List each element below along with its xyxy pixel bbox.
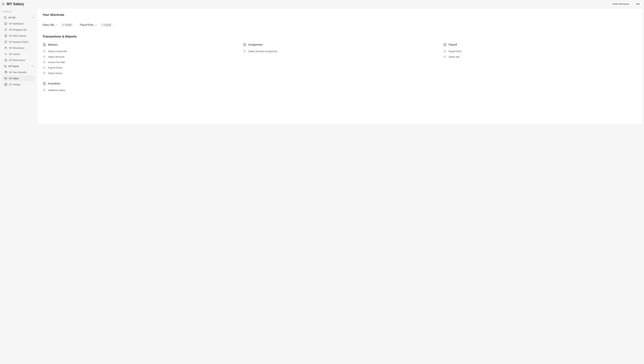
star-icon	[4, 59, 7, 62]
svg-point-12	[6, 47, 7, 48]
sidebar-item-label: MY Tax & Benefits	[9, 71, 27, 74]
arrow-up-right-icon	[55, 24, 58, 26]
shortcuts-heading: Your Shortcuts	[43, 13, 637, 16]
status-pill	[443, 50, 446, 53]
card-incentives: Incentives Additional Salary	[43, 82, 237, 92]
sidebar-section-public[interactable]: PUBLIC	[2, 11, 35, 13]
sidebar-group-my-payroll[interactable]: MY Payroll	[2, 63, 35, 69]
document-icon	[43, 82, 46, 86]
sidebar-item-label: MY Expense Claims	[9, 41, 28, 43]
shortcut-salary-slip[interactable]: Salary Slip	[43, 24, 58, 26]
status-dot-icon	[102, 24, 103, 25]
card-title: Incentives	[48, 82, 60, 85]
link-label: Payroll Entry	[448, 50, 461, 52]
link-label: Salary Component	[48, 50, 67, 52]
shortcut-badge-salary-slip[interactable]: 0 Draft	[61, 23, 73, 27]
badge-text: 0 Draft	[104, 24, 111, 26]
link-payroll-period[interactable]: Payroll Period	[43, 66, 237, 69]
divider	[116, 23, 116, 27]
coins-icon	[4, 77, 7, 80]
link-label: Salary History	[48, 72, 62, 74]
link-salary-structure-assignment[interactable]: Salary Structure Assignment	[243, 50, 437, 53]
card-title: Assignment	[248, 43, 263, 46]
status-pill	[43, 55, 46, 58]
pie-chart-icon	[4, 71, 7, 74]
card-masters: Masters Salary Component Salary Structur…	[43, 43, 237, 75]
chevron-up-icon	[31, 16, 34, 19]
link-salary-slip[interactable]: Salary Slip	[443, 55, 637, 58]
link-income-tax-slab[interactable]: Income Tax Slab	[43, 60, 237, 64]
sidebar-item-label: MY Leaves	[9, 53, 20, 55]
document-icon	[243, 43, 247, 46]
svg-point-15	[5, 78, 6, 78]
sidebar-item-my-employee-life[interactable]: MY Employee Life...	[3, 27, 35, 33]
status-pill	[243, 50, 246, 53]
link-label: Income Tax Slab	[48, 61, 65, 64]
status-pill	[443, 55, 446, 58]
sidebar-item-my-tax-benefits[interactable]: MY Tax & Benefits	[3, 69, 35, 75]
sidebar-group-label: MY Payroll	[9, 65, 19, 68]
status-pill	[43, 50, 46, 53]
link-salary-history[interactable]: Salary History	[43, 72, 237, 75]
svg-rect-0	[4, 17, 7, 19]
sidebar-item-my-leaves[interactable]: MY Leaves	[3, 51, 35, 57]
shortcut-label: Payroll Entry	[80, 24, 94, 26]
link-payroll-entry[interactable]: Payroll Entry	[443, 50, 637, 53]
receipt-icon: ₹	[4, 40, 7, 44]
sidebar-item-label: MY Settings	[9, 83, 21, 86]
topbar: MY Salary Create Workspace Edit	[0, 0, 644, 8]
status-dot-icon	[63, 24, 64, 25]
card-title: Masters	[48, 43, 58, 46]
sidebar-section-label: PUBLIC	[5, 11, 12, 13]
link-additional-salary[interactable]: Additional Salary	[43, 88, 237, 92]
link-label: Additional Salary	[48, 89, 65, 92]
link-salary-structure[interactable]: Salary Structure	[43, 55, 237, 58]
sidebar-item-my-salary[interactable]: MY Salary	[3, 75, 35, 82]
sidebar-item-label: MY Performance	[9, 59, 25, 62]
main-content: Your Shortcuts Salary Slip 0 Draft Payro…	[38, 9, 642, 124]
payroll-icon	[4, 65, 7, 68]
sidebar-group-my-hr[interactable]: MY HR	[2, 14, 35, 21]
badge-text: 0 Draft	[65, 24, 71, 26]
create-workspace-button[interactable]: Create Workspace	[609, 2, 632, 6]
arrow-up-right-icon	[95, 24, 97, 26]
sidebar-item-my-dashboard[interactable]: MY Dashboard	[3, 21, 35, 27]
link-salary-component[interactable]: Salary Component	[43, 50, 237, 53]
svg-line-18	[56, 24, 57, 25]
shortcut-badge-payroll-entry[interactable]: 0 Draft	[100, 23, 113, 27]
shortcut-payroll-entry[interactable]: Payroll Entry	[80, 24, 97, 26]
chevron-down-icon	[2, 12, 4, 12]
sidebar-item-my-shift-attend[interactable]: MY Shift & Attend...	[3, 33, 35, 39]
svg-point-17	[6, 84, 6, 85]
gear-icon	[4, 83, 7, 86]
svg-line-19	[96, 24, 96, 25]
svg-point-3	[5, 29, 6, 30]
link-label: Salary Structure	[48, 56, 65, 58]
hamburger-menu-icon[interactable]	[2, 2, 5, 6]
chevron-up-icon	[31, 65, 34, 67]
briefcase-icon	[4, 16, 7, 19]
sidebar-item-label: MY Shift & Attend...	[9, 35, 28, 37]
shortcut-label: Salary Slip	[43, 24, 54, 26]
status-pill	[43, 88, 46, 92]
edit-button[interactable]: Edit	[633, 2, 642, 6]
status-pill	[43, 60, 46, 64]
sidebar-item-my-performance[interactable]: MY Performance	[3, 57, 35, 63]
transactions-heading: Transactions & Reports	[43, 35, 637, 38]
card-title: Payroll	[448, 43, 457, 46]
sidebar-item-label: MY Dashboard	[9, 22, 23, 25]
svg-point-11	[5, 47, 6, 48]
sidebar-item-my-expense-claims[interactable]: ₹ MY Expense Claims	[3, 39, 35, 45]
heartbeat-icon	[4, 52, 7, 56]
card-assignment: Assignment Salary Structure Assignment	[243, 43, 437, 75]
clipboard-check-icon	[4, 34, 7, 37]
sidebar-item-my-recruitment[interactable]: MY Recruitment	[3, 45, 35, 51]
sidebar-item-my-settings[interactable]: MY Settings	[3, 82, 35, 88]
link-label: Salary Slip	[448, 56, 459, 58]
users-icon	[4, 46, 7, 50]
link-label: Salary Structure Assignment	[248, 50, 277, 52]
sidebar-group-label: MY HR	[9, 16, 15, 19]
status-pill	[43, 72, 46, 75]
svg-rect-14	[4, 66, 6, 67]
sidebar-item-label: MY Salary	[9, 77, 19, 80]
